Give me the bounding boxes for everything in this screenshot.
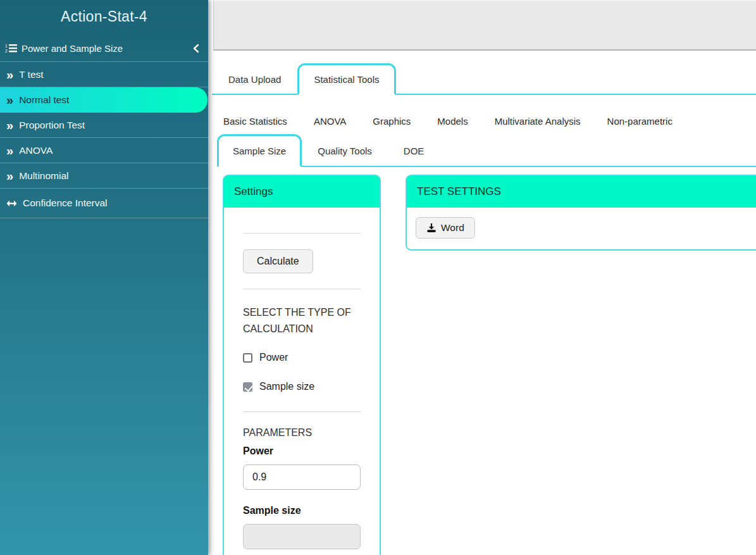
sidebar-item-label: Proportion Test [19, 120, 85, 131]
tab-label: Statistical Tools [314, 74, 379, 85]
tab-multivariate-analysis[interactable]: Multivariate Analysis [495, 116, 581, 127]
settings-panel-title: Settings [224, 176, 380, 208]
tab-non-parametric[interactable]: Non-parametric [607, 116, 672, 127]
subcategory-tabs: Sample Size Quality Tools DOE [217, 134, 756, 167]
divider [243, 411, 361, 412]
sample-size-field-label: Sample size [243, 505, 361, 516]
tab-label: DOE [404, 146, 424, 156]
svg-text:2: 2 [5, 49, 8, 53]
primary-tabs: Data Upload Statistical Tools [212, 63, 756, 95]
divider [243, 289, 361, 289]
power-input[interactable] [243, 465, 361, 490]
tab-sample-size[interactable]: Sample Size [217, 134, 302, 167]
parameters-label: PARAMETERS [243, 427, 361, 439]
calculate-button[interactable]: Calculate [243, 249, 313, 273]
sample-size-checkbox-row[interactable]: Sample size [243, 381, 361, 392]
test-settings-panel-body: Word [407, 208, 756, 249]
sidebar-item-label: T test [19, 69, 43, 80]
divider [243, 233, 361, 234]
word-export-button[interactable]: Word [416, 217, 475, 239]
tab-label: Quality Tools [318, 146, 372, 156]
calculation-type-label: SELECT THE TYPE OF CALCULATION [243, 304, 361, 337]
power-checkbox-row[interactable]: Power [243, 352, 361, 363]
sidebar-item-proportion-test[interactable]: Proportion Test [0, 113, 208, 138]
sidebar-section-label: Power and Sample Size [22, 43, 193, 54]
tab-statistical-tools[interactable]: Statistical Tools [297, 63, 395, 95]
tab-label: Data Upload [228, 74, 281, 85]
power-checkbox-label: Power [259, 352, 288, 363]
panels-row: Settings Calculate SELECT THE TYPE OF CA… [223, 175, 756, 555]
tab-data-upload[interactable]: Data Upload [212, 63, 297, 94]
word-button-label: Word [441, 222, 464, 234]
app-title: Action-Stat-4 [0, 0, 208, 35]
sidebar: Action-Stat-4 1 2 Power and Sample Size … [0, 0, 208, 555]
tab-graphics[interactable]: Graphics [373, 116, 411, 127]
sidebar-item-t-test[interactable]: T test [0, 62, 208, 87]
tab-label: Sample Size [233, 146, 286, 156]
settings-panel-body: Calculate SELECT THE TYPE OF CALCULATION… [224, 233, 380, 555]
sidebar-section-power-sample-size[interactable]: 1 2 Power and Sample Size [0, 35, 208, 61]
double-chevron-right-icon [6, 96, 13, 104]
tab-quality-tools[interactable]: Quality Tools [302, 134, 388, 166]
double-chevron-right-icon [6, 171, 13, 180]
tab-doe[interactable]: DOE [388, 134, 440, 166]
sidebar-item-confidence-interval[interactable]: Confidence Interval [0, 189, 208, 218]
settings-panel: Settings Calculate SELECT THE TYPE OF CA… [223, 175, 381, 555]
sidebar-item-normal-test[interactable]: Normal test [0, 87, 208, 113]
ordered-list-icon: 1 2 [5, 44, 17, 53]
tab-models[interactable]: Models [437, 116, 468, 127]
chevron-left-icon[interactable] [193, 44, 199, 53]
main-content: Data Upload Statistical Tools Basic Stat… [208, 0, 756, 555]
double-chevron-right-icon [6, 70, 13, 79]
sidebar-item-anova[interactable]: ANOVA [0, 138, 208, 163]
test-settings-panel-title: TEST SETTINGS [407, 176, 756, 208]
svg-text:1: 1 [5, 44, 8, 48]
sidebar-item-multinomial[interactable]: Multinomial [0, 163, 208, 189]
sidebar-item-label: ANOVA [19, 145, 53, 156]
sidebar-item-label: Confidence Interval [23, 197, 108, 209]
tab-anova[interactable]: ANOVA [314, 116, 346, 127]
power-field-label: Power [243, 446, 361, 457]
double-chevron-right-icon [6, 146, 13, 155]
test-settings-panel: TEST SETTINGS Word [406, 175, 756, 251]
top-toolbar [213, 0, 756, 51]
tab-basic-statistics[interactable]: Basic Statistics [223, 116, 287, 127]
sidebar-menu: T test Normal test Proportion Test ANOVA… [0, 61, 208, 218]
sidebar-item-label: Normal test [19, 94, 69, 106]
sample-size-checkbox[interactable] [243, 382, 252, 392]
category-tabs: Basic Statistics ANOVA Graphics Models M… [208, 108, 756, 134]
left-right-arrow-icon [6, 200, 17, 207]
sidebar-item-label: Multinomial [19, 170, 68, 182]
sample-size-input [243, 524, 361, 549]
power-checkbox[interactable] [243, 353, 252, 363]
sample-size-checkbox-label: Sample size [259, 381, 314, 392]
double-chevron-right-icon [6, 121, 13, 130]
download-icon [426, 223, 437, 233]
